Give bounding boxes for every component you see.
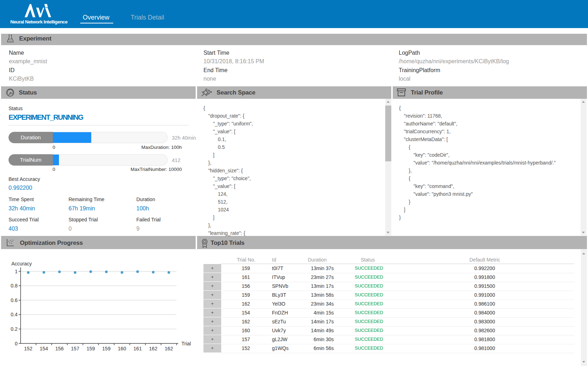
svg-text:159: 159 — [102, 346, 111, 351]
svg-text:161: 161 — [134, 346, 142, 351]
svg-text:Trial: Trial — [181, 341, 191, 346]
svg-text:1: 1 — [15, 269, 18, 274]
svg-text:0.6: 0.6 — [11, 297, 18, 303]
svg-text:159: 159 — [87, 346, 95, 351]
svg-text:152: 152 — [24, 346, 33, 351]
svg-text:Accuracy: Accuracy — [11, 261, 32, 267]
svg-text:162: 162 — [165, 346, 173, 351]
svg-text:157: 157 — [71, 346, 80, 351]
svg-text:0.8: 0.8 — [11, 283, 18, 289]
svg-text:162: 162 — [149, 346, 158, 351]
svg-text:0.4: 0.4 — [11, 312, 18, 317]
svg-text:0: 0 — [15, 341, 18, 346]
svg-text:0.2: 0.2 — [11, 326, 18, 332]
svg-text:156: 156 — [55, 346, 64, 351]
svg-text:154: 154 — [40, 346, 48, 351]
svg-text:160: 160 — [118, 346, 126, 351]
